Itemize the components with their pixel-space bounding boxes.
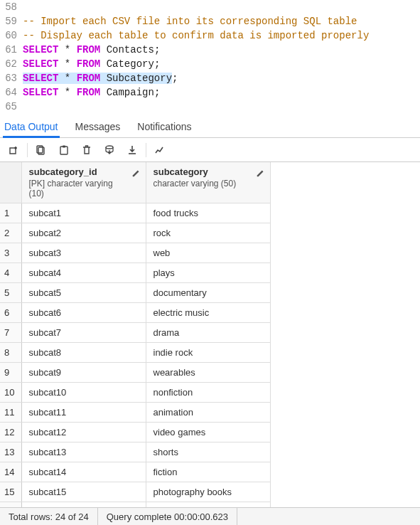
row-number: 5 <box>0 283 21 303</box>
toolbar-separator <box>27 143 28 157</box>
code-content[interactable]: SELECT * FROM Contacts; <box>23 43 160 57</box>
cell[interactable]: nonfiction <box>146 383 270 403</box>
cell[interactable]: drama <box>146 323 270 343</box>
cell[interactable]: plays <box>146 263 270 283</box>
cell[interactable]: web <box>146 243 270 263</box>
cell[interactable]: fiction <box>146 462 270 482</box>
code-line[interactable]: 65 <box>0 100 420 114</box>
code-line[interactable]: 62SELECT * FROM Category; <box>0 57 420 71</box>
code-line[interactable]: 63SELECT * FROM Subcategory; <box>0 71 420 85</box>
tab-messages[interactable]: Messages <box>74 117 122 137</box>
cell[interactable]: electric music <box>146 303 270 323</box>
cell[interactable]: rock <box>146 223 270 243</box>
table-row[interactable]: 4subcat4plays <box>0 263 270 283</box>
row-number: 8 <box>0 343 21 363</box>
cell[interactable]: subcat6 <box>21 303 146 323</box>
table-row[interactable]: 11subcat11animation <box>0 403 270 423</box>
table-row[interactable]: 10subcat10nonfiction <box>0 383 270 403</box>
download-button[interactable] <box>122 140 143 160</box>
toolbar-separator <box>146 143 146 157</box>
cell[interactable]: subcat3 <box>21 243 146 263</box>
row-number: 1 <box>0 203 21 223</box>
cell[interactable]: subcat12 <box>21 423 146 442</box>
pencil-icon[interactable] <box>131 168 141 180</box>
code-line[interactable]: 60-- Display each table to confirm data … <box>0 28 420 43</box>
cell[interactable]: subcat13 <box>21 442 146 462</box>
line-number: 62 <box>0 57 23 71</box>
cell[interactable]: shorts <box>146 442 270 462</box>
output-tabs: Data OutputMessagesNotifications <box>0 117 420 138</box>
table-row[interactable]: 13subcat13shorts <box>0 442 270 462</box>
cell[interactable]: food trucks <box>146 203 270 223</box>
row-number: 6 <box>0 303 21 323</box>
code-line[interactable]: 58 <box>0 0 420 14</box>
cell[interactable]: animation <box>146 403 270 423</box>
code-content[interactable]: -- Display each table to confirm data is… <box>23 28 369 43</box>
table-row[interactable]: 16subcat16radio & podcasts <box>0 502 270 509</box>
cell[interactable]: video games <box>146 423 270 442</box>
line-number: 61 <box>0 43 23 57</box>
cell[interactable]: indie rock <box>146 343 270 363</box>
cell[interactable]: subcat16 <box>21 502 146 509</box>
download-icon <box>126 144 138 156</box>
table-row[interactable]: 3subcat3web <box>0 243 270 263</box>
status-row-count: Total rows: 24 of 24 <box>0 508 98 525</box>
pencil-icon[interactable] <box>256 168 266 180</box>
output-toolbar <box>0 138 420 162</box>
row-number: 10 <box>0 383 21 403</box>
column-header-subcategory_id[interactable]: subcategory_id[PK] character varying (10… <box>21 162 146 203</box>
code-content[interactable]: SELECT * FROM Category; <box>23 57 160 71</box>
tab-data-output[interactable]: Data Output <box>3 117 60 137</box>
column-type: [PK] character varying (10) <box>29 179 129 198</box>
code-content[interactable]: SELECT * FROM Subcategory; <box>23 71 178 85</box>
table-row[interactable]: 2subcat2rock <box>0 223 270 243</box>
delete-button[interactable] <box>76 140 97 160</box>
cell[interactable]: documentary <box>146 283 270 303</box>
table-row[interactable]: 12subcat12video games <box>0 423 270 442</box>
code-line[interactable]: 64SELECT * FROM Campaign; <box>0 85 420 100</box>
table-row[interactable]: 6subcat6electric music <box>0 303 270 323</box>
cell[interactable]: subcat4 <box>21 263 146 283</box>
row-number: 13 <box>0 442 21 462</box>
table-row[interactable]: 14subcat14fiction <box>0 462 270 482</box>
chart-icon <box>154 144 166 156</box>
cell[interactable]: subcat11 <box>21 403 146 423</box>
cell[interactable]: subcat9 <box>21 363 146 383</box>
cell[interactable]: subcat8 <box>21 343 146 363</box>
table-row[interactable]: 5subcat5documentary <box>0 283 270 303</box>
row-number: 2 <box>0 223 21 243</box>
table-row[interactable]: 9subcat9wearables <box>0 363 270 383</box>
data-grid[interactable]: subcategory_id[PK] character varying (10… <box>0 162 271 508</box>
table-row[interactable]: 7subcat7drama <box>0 323 270 343</box>
tab-notifications[interactable]: Notifications <box>136 117 193 137</box>
cell[interactable]: subcat10 <box>21 383 146 403</box>
code-content[interactable]: SELECT * FROM Campaign; <box>23 85 160 100</box>
column-type: character varying (50) <box>154 179 253 189</box>
code-line[interactable]: 61SELECT * FROM Contacts; <box>0 43 420 57</box>
table-row[interactable]: 8subcat8indie rock <box>0 343 270 363</box>
cell[interactable]: radio & podcasts <box>146 502 270 509</box>
row-number: 7 <box>0 323 21 343</box>
column-header-subcategory[interactable]: subcategorycharacter varying (50) <box>146 162 270 203</box>
table-row[interactable]: 15subcat15photography books <box>0 482 270 502</box>
copy-button[interactable] <box>31 140 52 160</box>
row-number: 4 <box>0 263 21 283</box>
data-grid-wrap[interactable]: subcategory_id[PK] character varying (10… <box>0 162 420 508</box>
chart-button[interactable] <box>149 140 171 160</box>
save-data-button[interactable] <box>99 140 120 160</box>
add-row-button[interactable] <box>3 140 24 160</box>
cell[interactable]: wearables <box>146 363 270 383</box>
cell[interactable]: subcat15 <box>21 482 146 502</box>
cell[interactable]: subcat5 <box>21 283 146 303</box>
code-content[interactable]: -- Import each CSV file into its corresp… <box>23 14 357 28</box>
cell[interactable]: subcat1 <box>21 203 146 223</box>
paste-button[interactable] <box>53 140 75 160</box>
code-line[interactable]: 59-- Import each CSV file into its corre… <box>0 14 420 28</box>
cell[interactable]: subcat14 <box>21 462 146 482</box>
cell[interactable]: subcat2 <box>21 223 146 243</box>
cell[interactable]: photography books <box>146 482 270 502</box>
table-row[interactable]: 1subcat1food trucks <box>0 203 270 223</box>
row-number: 14 <box>0 462 21 482</box>
sql-editor[interactable]: 5859-- Import each CSV file into its cor… <box>0 0 420 117</box>
cell[interactable]: subcat7 <box>21 323 146 343</box>
